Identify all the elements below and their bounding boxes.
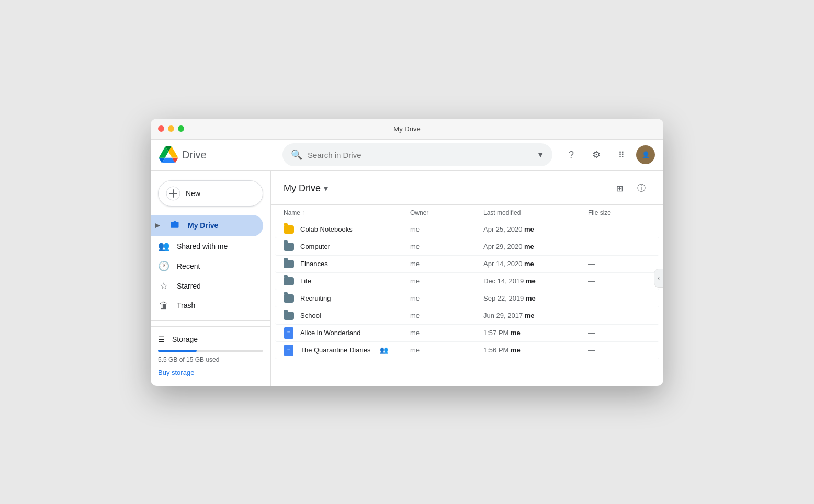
folder-yellow-icon	[284, 225, 294, 234]
settings-button[interactable]: ⚙	[586, 144, 607, 165]
apps-button[interactable]: ⠿	[611, 144, 632, 165]
file-name-cell: The Quarantine Diaries 👥	[284, 345, 410, 356]
grid-icon: ⊞	[616, 184, 623, 193]
info-button[interactable]: ⓘ	[632, 179, 651, 198]
doc-icon	[284, 345, 293, 356]
search-dropdown-icon[interactable]: ▼	[537, 151, 544, 159]
file-size: —	[588, 225, 651, 233]
file-modified: Sep 22, 2019 me	[483, 294, 588, 302]
file-owner: me	[410, 277, 483, 285]
file-owner: me	[410, 346, 483, 354]
table-row[interactable]: Alice in Wonderland me 1:57 PM me —	[275, 325, 659, 342]
buy-storage-link[interactable]: Buy storage	[158, 369, 263, 376]
maximize-button[interactable]	[178, 125, 184, 132]
storage-label: Storage	[172, 335, 198, 343]
sidebar-item-recent-label: Recent	[177, 262, 200, 270]
new-button-label: New	[186, 189, 200, 198]
table-header: Name ↑ Owner Last modified File size	[275, 205, 659, 221]
people-icon: 👥	[158, 240, 169, 252]
folder-dark-icon	[284, 277, 294, 285]
sidebar-item-shared-with-me[interactable]: 👥 Shared with me	[151, 236, 263, 256]
file-name: Alice in Wonderland	[300, 329, 360, 337]
new-button[interactable]: New	[158, 180, 263, 207]
file-name: Finances	[300, 260, 328, 268]
file-size: —	[588, 294, 651, 302]
search-bar[interactable]: 🔍 ▼	[282, 143, 552, 166]
chevron-left-icon: ‹	[658, 274, 660, 282]
table-row[interactable]: School me Jun 29, 2017 me —	[275, 307, 659, 325]
file-name-cell: School	[284, 311, 410, 321]
grid-view-button[interactable]: ⊞	[610, 179, 629, 198]
file-icon-container	[284, 224, 294, 235]
file-name-cell: Finances	[284, 259, 410, 269]
header-actions: ? ⚙ ⠿ 👤	[561, 144, 655, 165]
sidebar-item-starred[interactable]: ☆ Starred	[151, 276, 263, 296]
traffic-lights	[158, 125, 184, 132]
search-input[interactable]	[308, 151, 532, 159]
table-row[interactable]: Finances me Apr 14, 2020 me —	[275, 256, 659, 273]
file-size: —	[588, 329, 651, 337]
table-row[interactable]: Recruiting me Sep 22, 2019 me —	[275, 290, 659, 307]
trash-icon: 🗑	[158, 300, 169, 311]
close-button[interactable]	[158, 125, 164, 132]
search-icon: 🔍	[291, 149, 302, 161]
file-modified: 1:57 PM me	[483, 329, 588, 337]
apps-grid-icon: ⠿	[618, 150, 625, 160]
col-owner-header: Owner	[410, 209, 483, 216]
avatar[interactable]: 👤	[636, 145, 655, 164]
main-container: New ▶ My Drive 👥 Shared with me	[151, 171, 663, 386]
file-modifier: me	[511, 346, 521, 354]
storage-used-text: 5.5 GB of 15 GB used	[158, 356, 263, 363]
app-header: Drive 🔍 ▼ ? ⚙ ⠿ 👤	[151, 140, 663, 171]
help-button[interactable]: ?	[561, 144, 582, 165]
collapse-sidebar-button[interactable]: ‹	[654, 269, 663, 288]
content-header: My Drive ▾ ⊞ ⓘ	[271, 171, 663, 205]
file-modifier: me	[511, 329, 521, 337]
sidebar-item-starred-label: Starred	[177, 282, 201, 290]
storage-section: ☰ Storage 5.5 GB of 15 GB used Buy stora…	[151, 326, 270, 381]
drive-title-chevron[interactable]: ▾	[324, 184, 328, 193]
file-name-cell: Alice in Wonderland	[284, 328, 410, 338]
file-modified: 1:56 PM me	[483, 346, 588, 354]
file-icon-container	[284, 259, 294, 269]
file-owner: me	[410, 243, 483, 250]
shared-icon: 👥	[380, 346, 388, 354]
file-icon-container	[284, 328, 294, 338]
table-row[interactable]: Life me Dec 14, 2019 me —	[275, 273, 659, 290]
file-icon-container	[284, 242, 294, 252]
file-name: Life	[300, 277, 311, 285]
logo-area: Drive	[159, 145, 274, 164]
table-row[interactable]: Colab Notebooks me Apr 25, 2020 me —	[275, 221, 659, 238]
logo-text: Drive	[182, 149, 207, 161]
sidebar-item-my-drive-label: My Drive	[188, 221, 218, 230]
file-modified: Apr 14, 2020 me	[483, 260, 588, 268]
file-modifier: me	[526, 277, 536, 285]
minimize-button[interactable]	[168, 125, 174, 132]
folder-dark-icon	[284, 260, 294, 268]
col-name-header: Name ↑	[284, 209, 410, 216]
table-row[interactable]: The Quarantine Diaries 👥 me 1:56 PM me —	[275, 342, 659, 359]
sort-arrow-icon[interactable]: ↑	[302, 209, 306, 216]
file-owner: me	[410, 329, 483, 337]
file-modified: Jun 29, 2017 me	[483, 312, 588, 319]
sidebar-item-recent[interactable]: 🕐 Recent	[151, 256, 263, 276]
file-size: —	[588, 260, 651, 268]
storage-bar	[158, 350, 263, 352]
help-icon: ?	[569, 150, 574, 161]
file-icon-container	[284, 276, 294, 287]
file-modifier: me	[526, 294, 536, 302]
app-window: My Drive Drive 🔍 ▼ ? ⚙	[151, 119, 663, 386]
file-size: —	[588, 277, 651, 285]
file-name: School	[300, 312, 321, 319]
file-name: The Quarantine Diaries	[300, 346, 370, 354]
sidebar-item-my-drive[interactable]: ▶ My Drive	[151, 215, 263, 236]
folder-dark-icon	[284, 294, 294, 303]
sidebar-item-trash[interactable]: 🗑 Trash	[151, 296, 263, 315]
table-row[interactable]: Computer me Apr 29, 2020 me —	[275, 238, 659, 256]
file-name-cell: Colab Notebooks	[284, 224, 410, 235]
file-modified: Apr 29, 2020 me	[483, 243, 588, 250]
arrow-icon: ▶	[155, 222, 160, 229]
avatar-initials: 👤	[642, 151, 650, 158]
file-icon-container	[284, 311, 294, 321]
drive-logo-icon	[159, 145, 178, 164]
